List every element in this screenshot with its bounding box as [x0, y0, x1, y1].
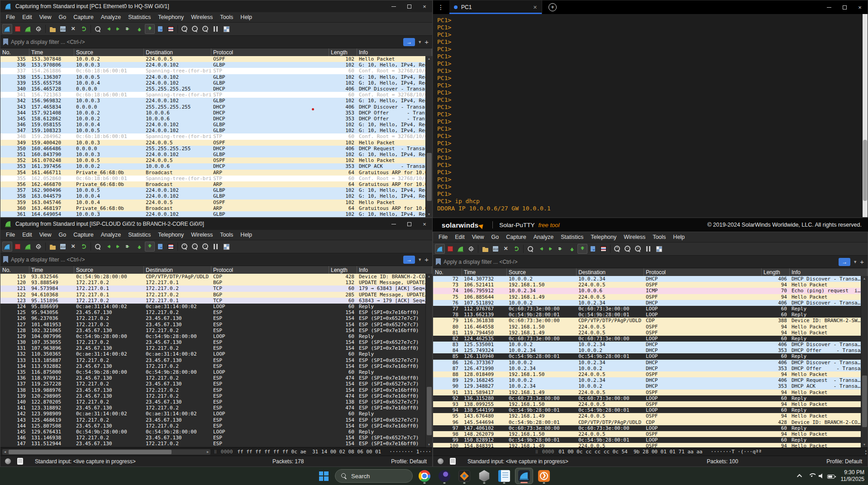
close-button[interactable]: ×	[417, 0, 432, 12]
capture-options-icon[interactable]	[33, 24, 43, 34]
scroll-up-arrow[interactable]: ▲	[863, 276, 866, 281]
packet-row[interactable]: 141123.31889223.45.67.130172.217.0.2ESP4…	[0, 405, 425, 411]
go-to-packet-icon[interactable]	[124, 24, 134, 34]
tab-close-icon[interactable]: ✕	[533, 5, 537, 10]
packet-row[interactable]: 127101.481953172.217.0.223.45.67.130ESP1…	[0, 322, 425, 328]
vertical-scrollbar[interactable]: ▲ ▼	[425, 274, 432, 447]
start-capture-icon[interactable]	[2, 24, 12, 34]
packet-row[interactable]: 91131.589417192.168.1.49224.0.0.5OSPF94H…	[433, 390, 861, 395]
find-packet-icon[interactable]	[93, 24, 103, 34]
scroll-up-arrow[interactable]: ▲	[428, 274, 431, 279]
pane-grip[interactable]: ⣿	[535, 450, 539, 454]
column-header-no[interactable]: No.	[0, 48, 29, 56]
column-header-source[interactable]: Source	[507, 268, 577, 276]
menu-item-file[interactable]: File	[2, 232, 19, 238]
packet-row[interactable]: 337154.2618860c:6b:18:b6:00:01Spanning-t…	[0, 68, 425, 74]
menu-item-wireless[interactable]: Wireless	[187, 232, 216, 238]
packet-row[interactable]: 92136.3152800c:60:73:3e:00:000c:60:73:3e…	[433, 395, 861, 401]
packet-row[interactable]: 344157.92140810.0.0.210.0.0.6DHCP353DHCP…	[0, 110, 425, 116]
stop-capture-icon[interactable]	[445, 244, 455, 254]
menu-item-tools[interactable]: Tools	[649, 234, 669, 240]
taskbar-app-eve-ng[interactable]	[475, 468, 493, 484]
tab-pc1[interactable]: PC1 ✕	[449, 0, 542, 14]
battery-icon[interactable]	[827, 475, 835, 479]
packet-row[interactable]: 338155.13630710.0.0.5224.0.0.102GLBP102G…	[0, 74, 425, 80]
packet-row[interactable]: 136118.97091223.45.67.130172.217.0.2ESP4…	[0, 375, 425, 381]
menu-item-help[interactable]: Help	[237, 232, 256, 238]
packet-row[interactable]: 128102.32106523.45.67.130172.217.0.2ESP1…	[0, 328, 425, 333]
taskbar-clock[interactable]: 9:30 PM 11/9/2025	[841, 469, 865, 483]
resize-columns-icon[interactable]	[211, 24, 221, 34]
packet-row[interactable]: 346159.05815510.0.0.4224.0.0.102GLBP102G…	[0, 122, 425, 128]
auto-scroll-icon[interactable]	[588, 244, 598, 254]
packet-row[interactable]: 130107.353055172.217.0.223.45.67.130ESP1…	[0, 339, 425, 345]
spin-arrows[interactable]: ▲▼	[865, 449, 867, 455]
bookmark-icon[interactable]	[436, 258, 441, 265]
volume-icon[interactable]	[819, 473, 824, 479]
packet-row[interactable]: 98148.262079192.168.1.50224.0.0.5OSPF94H…	[433, 431, 861, 437]
taskbar-app-gns3[interactable]	[435, 468, 453, 484]
expert-info-icon[interactable]	[438, 458, 444, 464]
kebab-menu-icon[interactable]: ⋮	[438, 4, 444, 11]
column-header-time[interactable]: Time	[462, 268, 507, 276]
colorize-packets-icon[interactable]	[598, 244, 608, 254]
zoom-reset-icon[interactable]	[200, 242, 210, 252]
stop-capture-icon[interactable]	[13, 242, 23, 252]
packet-row[interactable]: 143125.468619172.217.0.223.45.67.130ESP1…	[0, 417, 425, 423]
packet-row[interactable]: 78113.6621390c:54:9b:28:00:010c:54:9b:28…	[433, 312, 861, 318]
go-last-packet-icon[interactable]	[145, 24, 155, 34]
packet-row[interactable]: 135116.8750000c:54:9b:28:00:000c:54:9b:2…	[0, 369, 425, 375]
reload-file-icon[interactable]	[79, 24, 89, 34]
taskbar-app-notepad[interactable]	[495, 468, 513, 484]
menu-item-view[interactable]: View	[468, 234, 488, 240]
packet-row[interactable]: 351160.84379010.0.0.3224.0.0.102GLBP102G…	[0, 152, 425, 157]
go-forward-icon[interactable]	[114, 24, 124, 34]
start-capture-icon[interactable]	[2, 242, 12, 252]
column-header-no[interactable]: No.	[0, 266, 29, 274]
go-back-icon[interactable]	[103, 24, 113, 34]
taskbar-app-chrome[interactable]	[415, 468, 434, 484]
packet-row[interactable]: 100154.848391192.168.1.49224.0.0.5OSPF94…	[433, 443, 861, 447]
go-forward-icon[interactable]	[546, 244, 556, 254]
go-first-packet-icon[interactable]	[134, 242, 144, 252]
packet-row[interactable]: 12395.151896172.217.0.2172.217.0.1TCP606…	[0, 298, 425, 304]
taskbar-app-wireshark[interactable]	[515, 468, 533, 484]
expert-info-icon[interactable]	[5, 458, 11, 464]
packet-row[interactable]: 84125.74932410.0.2.3410.0.0.2DHCP353DHCP…	[433, 347, 861, 353]
view-options-icon[interactable]	[221, 242, 231, 252]
terminal-output[interactable]: PC1>PC1>PC1>PC1>PC1>PC1>PC1>PC1>PC1>PC1>…	[433, 14, 868, 217]
stop-capture-icon[interactable]	[13, 24, 23, 34]
start-capture-icon[interactable]	[435, 244, 445, 254]
save-file-icon[interactable]	[491, 244, 501, 254]
restart-capture-icon[interactable]	[23, 24, 33, 34]
column-header-time[interactable]: Time	[29, 266, 74, 274]
apply-filter-button[interactable]: →	[839, 258, 850, 266]
view-options-icon[interactable]	[221, 24, 231, 34]
packet-row[interactable]: 12093.888549172.217.0.2172.217.0.1BGP132…	[0, 280, 425, 285]
taskbar-search[interactable]: Search	[335, 469, 413, 483]
packet-row[interactable]: 353161.39745610.0.0.210.0.0.6DHCP353DHCP…	[0, 163, 425, 169]
packet-row[interactable]: 12495.8866990c:ae:31:14:00:020c:ae:31:14…	[0, 304, 425, 309]
packet-row[interactable]: 76107.51189210.0.0.210.0.2.34DHCP406DHCP…	[433, 300, 861, 306]
packet-row[interactable]: 132110.3503650c:ae:31:14:00:020c:ae:31:1…	[0, 351, 425, 357]
packet-row[interactable]: 360163.468197Private_66:68:0bBroadcastAR…	[0, 205, 425, 211]
zoom-in-icon[interactable]	[180, 242, 190, 252]
menu-item-edit[interactable]: Edit	[19, 14, 36, 20]
minimize-button[interactable]	[386, 218, 401, 230]
go-to-packet-icon[interactable]	[124, 242, 134, 252]
scroll-down-arrow[interactable]: ▼	[428, 212, 431, 217]
column-header-destination[interactable]: Destination	[144, 266, 211, 274]
packet-row[interactable]: 139120.29890523.45.67.130172.217.0.2ESP4…	[0, 393, 425, 399]
packet-list-header[interactable]: No.TimeSourceDestinationProtocolLengthIn…	[0, 48, 432, 56]
resize-columns-icon[interactable]	[211, 242, 221, 252]
packet-row[interactable]: 12294.610368172.217.0.1172.217.0.2BGP285…	[0, 292, 425, 298]
column-header-length[interactable]: Length	[762, 268, 790, 276]
packet-row[interactable]: 349159.40042010.0.0.3224.0.0.5OSPF102Hel…	[0, 140, 425, 146]
menu-item-go[interactable]: Go	[488, 234, 503, 240]
go-first-packet-icon[interactable]	[567, 244, 577, 254]
packet-row[interactable]: 137119.257228172.217.0.223.45.67.130ESP1…	[0, 381, 425, 387]
packet-list-header[interactable]: No.TimeSourceDestinationProtocolLengthIn…	[433, 268, 868, 276]
zoom-reset-icon[interactable]	[200, 24, 210, 34]
column-header-time[interactable]: Time	[29, 48, 74, 56]
packet-row[interactable]: 83125.53500110.0.0.210.0.2.34DHCP406DHCP…	[433, 342, 861, 347]
